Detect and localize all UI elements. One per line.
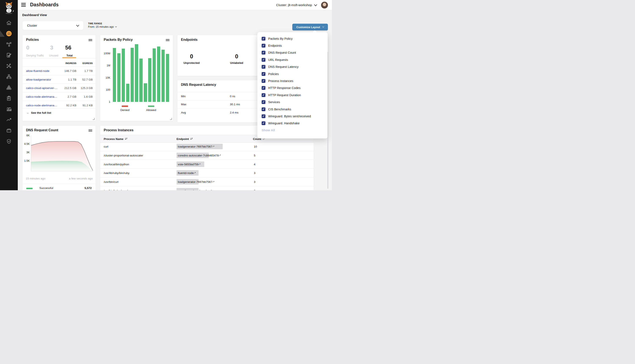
sidebar-item-service-graph[interactable]	[6, 42, 12, 47]
view-select-value: Cluster	[27, 24, 37, 27]
count-value: 3	[254, 172, 256, 174]
endpoint-value: vote-5655bd759-*	[178, 162, 200, 166]
sidebar-item-metrics[interactable]	[6, 106, 12, 112]
policy-name-link[interactable]: calico-cloud-apiserver-…	[26, 86, 58, 90]
hamburger-menu-icon[interactable]	[21, 3, 26, 8]
policy-name-link[interactable]: allow-fluentd-node	[26, 69, 49, 72]
sidebar-item-hierarchy[interactable]	[6, 74, 12, 80]
allowed-bar[interactable]	[122, 48, 125, 102]
customize-menu-item[interactable]: ✓HTTP Request Duration	[262, 92, 325, 98]
menu-item-label: Policies	[268, 72, 279, 76]
checkbox-checked-icon[interactable]: ✓	[262, 72, 265, 76]
column-header-process-name[interactable]: Process Name	[104, 137, 127, 140]
stat-denying-label[interactable]: Denying Traffic	[26, 54, 44, 57]
customize-menu-item[interactable]: ✓CIS Benchmarks	[262, 106, 325, 113]
sidebar-item-home[interactable]	[6, 20, 12, 26]
policy-name-link[interactable]: allow-loadgenerator	[26, 78, 51, 81]
checkbox-checked-icon[interactable]: ✓	[262, 37, 265, 40]
allowed-bar[interactable]	[126, 84, 129, 102]
endpoint-value: fluentd-node-*	[178, 172, 196, 174]
column-header-endpoint[interactable]: Endpoint	[176, 137, 193, 140]
successful-swatch	[26, 188, 33, 189]
allowed-bar[interactable]	[131, 48, 134, 102]
endpoint-cell: compliance-benchmarker-*	[176, 186, 246, 190]
process-name: /usr/bin/kube-bench	[104, 189, 129, 190]
customize-menu-item[interactable]: ✓Endpoints	[262, 42, 325, 49]
customize-menu-item[interactable]: ✓Wireguard. Bytes sent/received	[262, 113, 325, 120]
sidebar-item-dashboards-active[interactable]	[6, 31, 12, 36]
calico-cat-logo[interactable]	[4, 1, 15, 15]
y-tick: 1	[101, 100, 110, 103]
allowed-bar[interactable]	[144, 83, 147, 102]
cluster-selector[interactable]: Cluster: jlt-msft-workshop	[276, 3, 317, 7]
checkbox-checked-icon[interactable]: ✓	[262, 86, 265, 90]
checkbox-checked-icon[interactable]: ✓	[262, 121, 265, 125]
process-row: /cluster-proportional-autoscalercoredns-…	[100, 151, 314, 160]
sidebar-item-trends[interactable]	[6, 117, 12, 123]
checkbox-checked-icon[interactable]: ✓	[262, 79, 265, 83]
egress-value: 52.7 GB	[82, 78, 93, 81]
dashboard-view-select[interactable]: Cluster	[22, 21, 84, 30]
allowed-bar[interactable]	[139, 58, 142, 102]
customize-menu-item[interactable]: ✓Policies	[262, 70, 325, 77]
allowed-bar[interactable]	[161, 50, 165, 102]
allowed-bar[interactable]	[166, 54, 169, 102]
resize-handle[interactable]	[170, 118, 172, 120]
customize-menu-item[interactable]: ✓Process Instances	[262, 77, 325, 84]
allowed-bar[interactable]	[148, 58, 151, 102]
allowed-bar[interactable]	[153, 48, 156, 102]
checkbox-checked-icon[interactable]: ✓	[262, 108, 265, 111]
chevron-down-icon	[115, 26, 117, 27]
allowed-bar[interactable]	[113, 48, 116, 102]
show-all-link[interactable]: Show All	[262, 128, 275, 132]
allowed-bar[interactable]	[135, 44, 138, 102]
see-full-list-link[interactable]: → See the full list	[26, 111, 51, 114]
legend-denied: Denied	[117, 106, 132, 112]
latency-value: 0 ns	[230, 94, 235, 98]
stat-unused-value: 3	[50, 44, 53, 51]
checkbox-checked-icon[interactable]: ✓	[262, 51, 265, 54]
sidebar-item-policies[interactable]	[6, 52, 12, 58]
customize-menu-item[interactable]: ✓Services	[262, 99, 325, 106]
policy-name-link[interactable]: calico-node-alertmana…	[26, 104, 57, 107]
customize-menu-item[interactable]: ✓HTTP Response Codes	[262, 84, 325, 92]
card-title: Endpoints	[181, 38, 197, 42]
resize-handle[interactable]	[93, 118, 95, 120]
sidebar-item-inventory[interactable]	[6, 128, 12, 134]
checkbox-checked-icon[interactable]: ✓	[262, 58, 265, 62]
time-range-value[interactable]: From: 15 minutes ago	[88, 25, 117, 28]
sidebar-item-compliance[interactable]	[6, 95, 12, 101]
egress-value: 125.3 GB	[81, 86, 93, 90]
stat-total-label[interactable]: Total	[67, 54, 73, 57]
vertical-scrollbar[interactable]	[327, 52, 328, 189]
process-name: /usr/local/bin/python	[104, 162, 129, 166]
stat-unused-label[interactable]: Unused	[49, 54, 58, 57]
process-row: curlloadgenerator-7697bb7567-*10	[100, 142, 314, 151]
x-label-start: 15 minutes ago	[26, 177, 45, 180]
sidebar-item-network-flows[interactable]	[6, 63, 12, 69]
checkbox-checked-icon[interactable]: ✓	[262, 100, 265, 104]
drag-handle-icon[interactable]	[88, 130, 92, 132]
allowed-bar[interactable]	[157, 46, 160, 102]
column-header-ingress: INGRESS	[65, 62, 76, 64]
allowed-bar[interactable]	[117, 53, 120, 102]
sidebar-item-threat-defense[interactable]	[6, 138, 12, 144]
checkbox-checked-icon[interactable]: ✓	[262, 114, 265, 118]
customize-menu-item[interactable]: ✓URL Requests	[262, 56, 325, 63]
customize-menu-item[interactable]: ✓DNS Request Latency	[262, 64, 325, 70]
user-avatar[interactable]	[321, 2, 328, 9]
customize-menu-item[interactable]: ✓Packets By Policy	[262, 35, 325, 42]
menu-item-label: DNS Request Count	[268, 51, 296, 54]
menu-item-label: Process Instances	[268, 79, 293, 83]
checkbox-checked-icon[interactable]: ✓	[262, 93, 265, 97]
drag-handle-icon[interactable]	[88, 39, 92, 42]
customize-layout-button[interactable]: Customize Layout	[292, 24, 328, 30]
latency-label: Min	[181, 94, 186, 98]
checkbox-checked-icon[interactable]: ✓	[262, 44, 265, 48]
customize-menu-item[interactable]: ✓Wireguard. Handshake	[262, 120, 325, 127]
customize-menu-item[interactable]: ✓DNS Request Count	[262, 49, 325, 56]
sidebar-item-workloads[interactable]	[6, 84, 12, 90]
ingress-value: 2.7 GB	[68, 95, 76, 98]
policy-name-link[interactable]: calico-node-alertmana…	[26, 95, 57, 98]
checkbox-checked-icon[interactable]: ✓	[262, 65, 265, 69]
